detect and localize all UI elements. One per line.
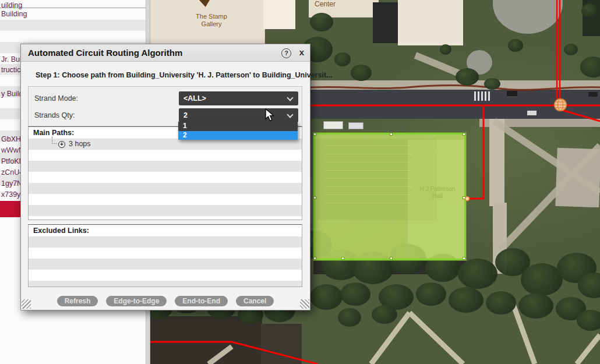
dialog-titlebar[interactable]: Automated Circuit Routing Algorithm	[21, 44, 310, 62]
strands-qty-label: Strands Qty:	[34, 108, 75, 122]
sidebar-row-stripe	[0, 20, 146, 31]
empty-list-row	[29, 270, 302, 281]
main-paths-panel: Main Paths: + 3 hops	[28, 126, 302, 220]
network-node-icon	[555, 99, 567, 111]
chevron-down-icon	[287, 111, 293, 118]
strand-options-form: Strand Mode: <ALL> Strands Qty: 2	[28, 86, 302, 126]
connector-dot	[465, 197, 470, 201]
main-paths-empty-rows	[29, 150, 302, 220]
empty-list-row	[29, 281, 302, 287]
path-hops-label: 3 hops	[69, 139, 91, 150]
end-to-end-button[interactable]: End-to-End	[175, 296, 228, 306]
tree-connector	[52, 137, 57, 144]
routing-algorithm-dialog: Automated Circuit Routing Algorithm ? x …	[20, 44, 310, 310]
step-instruction: Step 1: Choose path from Building_Univer…	[36, 71, 303, 79]
excluded-links-panel: Excluded Links:	[28, 224, 302, 287]
resize-grip-left[interactable]	[22, 299, 31, 309]
excluded-links-label: Excluded Links:	[29, 225, 302, 236]
mouse-cursor	[265, 108, 276, 122]
cancel-button[interactable]: Cancel	[236, 296, 274, 306]
resize-grip-right[interactable]	[300, 299, 309, 309]
empty-list-row	[29, 161, 302, 172]
empty-list-row	[29, 183, 302, 194]
strand-mode-label: Strand Mode:	[34, 91, 78, 105]
qty-option-2[interactable]: 2	[178, 131, 298, 140]
edge-to-edge-button[interactable]: Edge-to-Edge	[106, 296, 167, 306]
sidebar-item[interactable]: Building	[1, 9, 144, 19]
empty-list-row	[29, 259, 302, 270]
expand-plus-icon[interactable]: +	[58, 141, 65, 148]
empty-list-row	[29, 194, 302, 205]
dialog-title: Automated Circuit Routing Algorithm	[21, 48, 182, 58]
empty-list-row	[29, 205, 302, 216]
empty-list-row	[29, 172, 302, 183]
strands-qty-select[interactable]: 2	[179, 108, 298, 122]
strands-qty-dropdown-menu: 12	[178, 122, 298, 140]
close-icon[interactable]: x	[299, 47, 304, 57]
empty-list-row	[29, 216, 302, 220]
empty-list-row	[29, 150, 302, 161]
path-tree-item[interactable]: + 3 hops	[29, 139, 302, 150]
chevron-down-icon	[287, 94, 293, 101]
strand-mode-select[interactable]: <ALL>	[179, 91, 298, 105]
excluded-links-empty-rows	[29, 236, 302, 287]
application-window: The Stamp Gallery Center H J Patterson H…	[0, 0, 600, 364]
empty-list-row	[29, 236, 302, 248]
dialog-footer: Refresh Edge-to-Edge End-to-End Cancel	[21, 291, 310, 311]
help-icon[interactable]: ?	[281, 48, 291, 58]
qty-option-1[interactable]: 1	[178, 122, 298, 131]
empty-list-row	[29, 248, 302, 259]
refresh-button[interactable]: Refresh	[57, 296, 98, 306]
